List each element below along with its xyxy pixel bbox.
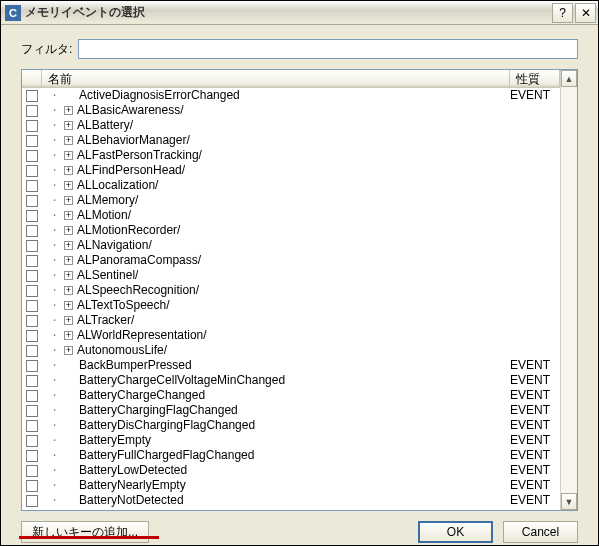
expand-icon[interactable]: + <box>64 331 73 340</box>
tree-row[interactable]: ·BatteryNearlyEmptyEVENT <box>22 478 560 493</box>
row-label: ALFindPersonHead/ <box>77 163 510 178</box>
tree-row[interactable]: ·BatteryFullChargedFlagChangedEVENT <box>22 448 560 463</box>
tree-row[interactable]: ·+ALMotion/ <box>22 208 560 223</box>
header-quality[interactable]: 性質 <box>510 70 560 87</box>
tree-row[interactable]: ·+ALFindPersonHead/ <box>22 163 560 178</box>
scroll-up-icon[interactable]: ▲ <box>561 70 577 87</box>
expand-icon[interactable]: + <box>64 271 73 280</box>
row-checkbox[interactable] <box>26 360 38 372</box>
expand-icon[interactable]: + <box>64 256 73 265</box>
tree-row[interactable]: ·BatteryDisChargingFlagChangedEVENT <box>22 418 560 433</box>
row-checkbox[interactable] <box>26 105 38 117</box>
tree-row[interactable]: ·+ALSpeechRecognition/ <box>22 283 560 298</box>
row-checkbox[interactable] <box>26 300 38 312</box>
row-checkbox[interactable] <box>26 315 38 327</box>
tree-row[interactable]: ·BatteryEmptyEVENT <box>22 433 560 448</box>
tree-row[interactable]: ·+ALWorldRepresentation/ <box>22 328 560 343</box>
row-checkbox[interactable] <box>26 435 38 447</box>
vertical-scrollbar[interactable]: ▲ ▼ <box>560 70 577 510</box>
row-quality: EVENT <box>510 493 560 508</box>
row-checkbox[interactable] <box>26 210 38 222</box>
row-checkbox[interactable] <box>26 405 38 417</box>
close-button[interactable]: ✕ <box>575 3 596 23</box>
expand-icon[interactable]: + <box>64 136 73 145</box>
expand-icon[interactable]: + <box>64 241 73 250</box>
row-checkbox[interactable] <box>26 255 38 267</box>
tree-row[interactable]: ·+ALNavigation/ <box>22 238 560 253</box>
tree-row[interactable]: ·+ALBasicAwareness/ <box>22 103 560 118</box>
row-label: BackBumperPressed <box>79 358 510 373</box>
row-checkbox[interactable] <box>26 450 38 462</box>
row-quality: EVENT <box>510 508 560 510</box>
row-checkbox[interactable] <box>26 375 38 387</box>
tree-row[interactable]: ·ActiveDiagnosisErrorChangedEVENT <box>22 88 560 103</box>
expand-icon[interactable]: + <box>64 301 73 310</box>
row-checkbox[interactable] <box>26 495 38 507</box>
expand-icon[interactable]: + <box>64 196 73 205</box>
row-checkbox[interactable] <box>26 120 38 132</box>
tree-row[interactable]: ·BatteryNotDetectedEVENT <box>22 493 560 508</box>
row-checkbox[interactable] <box>26 180 38 192</box>
add-key-button[interactable]: 新しいキーの追加... <box>21 521 149 543</box>
tree-row[interactable]: ·+AutonomousLife/ <box>22 343 560 358</box>
scroll-down-icon[interactable]: ▼ <box>561 493 577 510</box>
row-checkbox[interactable] <box>26 465 38 477</box>
row-checkbox[interactable] <box>26 420 38 432</box>
row-checkbox[interactable] <box>26 150 38 162</box>
row-label: ActiveDiagnosisErrorChanged <box>79 88 510 103</box>
tree-row[interactable]: ·BatteryPowerPluggedChangedEVENT <box>22 508 560 510</box>
row-checkbox[interactable] <box>26 285 38 297</box>
row-checkbox[interactable] <box>26 90 38 102</box>
tree-row[interactable]: ·BatteryChargingFlagChangedEVENT <box>22 403 560 418</box>
row-checkbox[interactable] <box>26 480 38 492</box>
expand-icon[interactable]: + <box>64 286 73 295</box>
row-label: ALBehaviorManager/ <box>77 133 510 148</box>
tree-row[interactable]: ·+ALFastPersonTracking/ <box>22 148 560 163</box>
ok-button[interactable]: OK <box>418 521 493 543</box>
row-checkbox[interactable] <box>26 510 38 511</box>
row-label: BatteryChargeCellVoltageMinChanged <box>79 373 510 388</box>
expand-icon[interactable]: + <box>64 181 73 190</box>
tree-row[interactable]: ·+ALBattery/ <box>22 118 560 133</box>
row-checkbox[interactable] <box>26 240 38 252</box>
expand-icon[interactable]: + <box>64 166 73 175</box>
row-label: ALLocalization/ <box>77 178 510 193</box>
tree-row[interactable]: ·BatteryLowDetectedEVENT <box>22 463 560 478</box>
expand-icon[interactable]: + <box>64 106 73 115</box>
tree-row[interactable]: ·+ALTracker/ <box>22 313 560 328</box>
expand-icon[interactable]: + <box>64 151 73 160</box>
row-quality: EVENT <box>510 448 560 463</box>
tree-row[interactable]: ·+ALMotionRecorder/ <box>22 223 560 238</box>
row-checkbox[interactable] <box>26 390 38 402</box>
tree-row[interactable]: ·+ALPanoramaCompass/ <box>22 253 560 268</box>
tree-line-icon: · <box>44 508 64 510</box>
cancel-button[interactable]: Cancel <box>503 521 578 543</box>
expand-icon[interactable]: + <box>64 121 73 130</box>
filter-input[interactable] <box>78 39 578 59</box>
row-checkbox[interactable] <box>26 330 38 342</box>
tree-row[interactable]: ·+ALTextToSpeech/ <box>22 298 560 313</box>
tree-row[interactable]: ·BatteryChargeCellVoltageMinChangedEVENT <box>22 373 560 388</box>
tree-row[interactable]: ·+ALLocalization/ <box>22 178 560 193</box>
row-checkbox[interactable] <box>26 270 38 282</box>
row-checkbox[interactable] <box>26 345 38 357</box>
expand-icon[interactable]: + <box>64 316 73 325</box>
tree-row[interactable]: ·BackBumperPressedEVENT <box>22 358 560 373</box>
row-checkbox[interactable] <box>26 135 38 147</box>
help-button[interactable]: ? <box>552 3 573 23</box>
row-checkbox[interactable] <box>26 195 38 207</box>
scroll-track[interactable] <box>561 87 577 493</box>
expand-icon[interactable]: + <box>64 346 73 355</box>
header-name[interactable]: 名前 <box>42 70 510 87</box>
row-label: BatteryFullChargedFlagChanged <box>79 448 510 463</box>
tree-row[interactable]: ·+ALSentinel/ <box>22 268 560 283</box>
row-checkbox[interactable] <box>26 225 38 237</box>
tree-row[interactable]: ·+ALBehaviorManager/ <box>22 133 560 148</box>
tree-row[interactable]: ·+ALMemory/ <box>22 193 560 208</box>
tree-line-icon: · <box>44 178 64 193</box>
expand-icon[interactable]: + <box>64 226 73 235</box>
row-label: BatteryLowDetected <box>79 463 510 478</box>
tree-row[interactable]: ·BatteryChargeChangedEVENT <box>22 388 560 403</box>
row-checkbox[interactable] <box>26 165 38 177</box>
expand-icon[interactable]: + <box>64 211 73 220</box>
